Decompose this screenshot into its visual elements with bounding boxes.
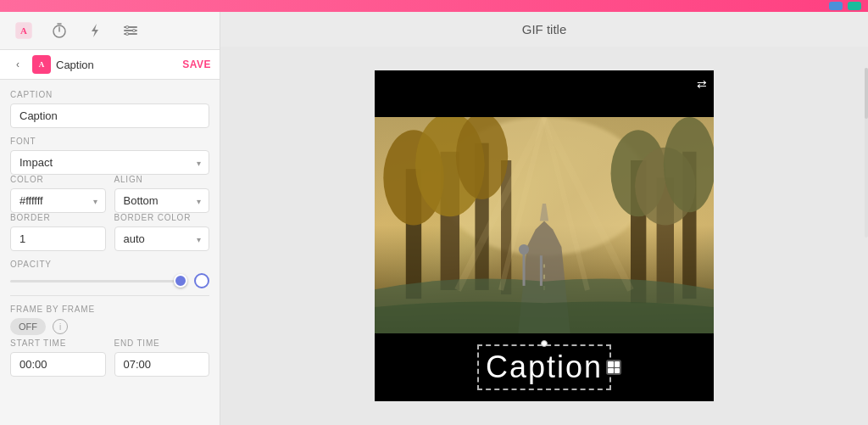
topbar-btn2[interactable] [848, 2, 861, 10]
forest-image-area [375, 117, 714, 333]
text-tool-icon[interactable]: A [14, 20, 34, 41]
font-select-wrapper: Impact [10, 150, 209, 175]
topbar-btn1[interactable] [829, 2, 843, 10]
frame-by-frame-row: OFF i [10, 318, 209, 335]
end-time-label: END TIME [114, 338, 210, 348]
svg-rect-32 [523, 251, 526, 286]
gif-title-bar: GIF title [220, 12, 868, 47]
layer-name-label: Caption [56, 59, 177, 71]
svg-text:A: A [20, 25, 27, 36]
divider-1 [10, 295, 209, 296]
save-button[interactable]: SAVE [182, 59, 211, 70]
border-input[interactable] [10, 226, 106, 251]
svg-point-10 [133, 30, 135, 31]
black-bar-bottom: Caption [375, 333, 714, 401]
opacity-label: OPACITY [10, 260, 209, 269]
gif-title-text: GIF title [522, 22, 567, 36]
frame-by-frame-toggle[interactable]: OFF [10, 318, 46, 335]
layer-bar: ‹ A Caption SAVE [0, 50, 220, 80]
color-label: COLOR [10, 175, 106, 184]
top-bar [0, 0, 868, 12]
layer-type-icon: A [32, 55, 51, 74]
main-layout: A [0, 12, 868, 425]
align-label: ALIGN [114, 175, 210, 184]
start-time-label: START TIME [10, 338, 106, 348]
caption-display-text[interactable]: Caption [477, 344, 611, 390]
border-bordercolor-row: BORDER BORDER COLOR auto [10, 213, 209, 251]
left-panel: A [0, 12, 220, 425]
svg-marker-3 [92, 24, 98, 37]
svg-rect-34 [540, 255, 542, 286]
svg-point-12 [126, 33, 128, 35]
font-label: FONT [10, 137, 209, 146]
canvas-area: ⇄ [220, 47, 868, 425]
swap-icon[interactable]: ⇄ [697, 77, 707, 91]
forest-svg [375, 117, 714, 333]
layer-back-button[interactable]: ‹ [8, 55, 27, 74]
svg-point-27 [664, 117, 714, 212]
color-align-row: COLOR #ffffff ALIGN Top Middle Bottom [10, 175, 209, 213]
align-select[interactable]: Top Middle Bottom [114, 188, 210, 213]
end-time-input[interactable] [114, 352, 210, 377]
end-time-col: END TIME [114, 338, 210, 377]
caption-top-handle[interactable] [541, 340, 548, 347]
start-time-col: START TIME [10, 338, 106, 377]
settings-tool-icon[interactable] [120, 20, 141, 41]
color-select-wrapper: #ffffff [10, 188, 106, 213]
caption-input[interactable] [10, 103, 209, 128]
right-content: GIF title ⇄ [220, 12, 868, 425]
frame-by-frame-info[interactable]: i [53, 319, 68, 334]
svg-point-8 [126, 26, 128, 28]
border-color-label: BORDER COLOR [114, 213, 210, 222]
caption-container[interactable]: Caption [477, 344, 611, 390]
border-color-select[interactable]: auto [114, 226, 210, 251]
border-col: BORDER [10, 213, 106, 251]
caption-right-handle[interactable] [606, 360, 621, 375]
border-color-col: BORDER COLOR auto [114, 213, 210, 251]
opacity-circle-indicator [194, 273, 209, 288]
timer-tool-icon[interactable] [49, 20, 70, 41]
align-col: ALIGN Top Middle Bottom [114, 175, 210, 213]
svg-point-33 [519, 244, 529, 254]
border-color-select-wrapper: auto [114, 226, 210, 251]
gif-canvas: ⇄ [375, 70, 714, 401]
font-select[interactable]: Impact [10, 150, 209, 175]
opacity-row [10, 273, 209, 288]
align-select-wrapper: Top Middle Bottom [114, 188, 210, 213]
color-col: COLOR #ffffff [10, 175, 106, 213]
border-label: BORDER [10, 213, 106, 222]
color-select[interactable]: #ffffff [10, 188, 106, 213]
start-time-input[interactable] [10, 352, 106, 377]
properties-panel: CAPTION FONT Impact COLOR #ffffff [0, 80, 220, 425]
bolt-tool-icon[interactable] [85, 20, 105, 41]
tool-icons-row: A [0, 12, 220, 50]
opacity-slider[interactable] [10, 280, 187, 282]
caption-label: CAPTION [10, 90, 209, 99]
time-row: START TIME END TIME [10, 338, 209, 377]
frame-by-frame-label: FRAME BY FRAME [10, 305, 209, 314]
black-bar-top [375, 70, 714, 117]
